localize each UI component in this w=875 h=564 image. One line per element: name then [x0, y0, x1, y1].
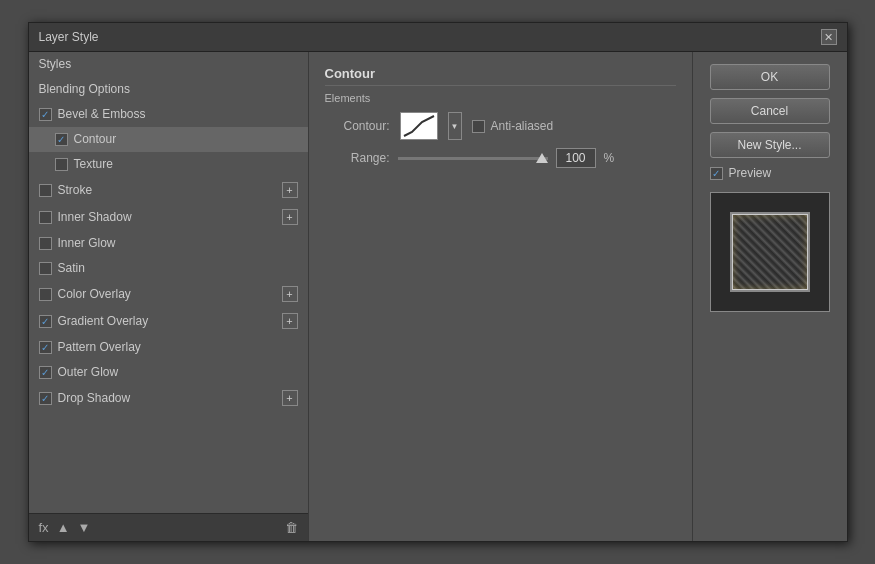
sidebar-item-inner-shadow[interactable]: Inner Shadow +: [29, 204, 308, 231]
range-value-input[interactable]: [556, 148, 596, 168]
middle-panel: Contour Elements Contour: ▼ Anti-aliased: [309, 52, 692, 541]
dialog-body: Styles Blending Options Bevel & Emboss: [29, 52, 847, 541]
color-overlay-add-button[interactable]: +: [282, 286, 298, 302]
preview-checkbox[interactable]: [710, 167, 723, 180]
fx-button[interactable]: fx: [39, 520, 49, 535]
inner-glow-label: Inner Glow: [58, 236, 116, 250]
satin-label: Satin: [58, 261, 85, 275]
color-overlay-checkbox[interactable]: [39, 288, 52, 301]
range-slider-track: [398, 157, 548, 160]
close-button[interactable]: ✕: [821, 29, 837, 45]
layer-style-dialog: Layer Style ✕ Styles Blending Options: [28, 22, 848, 542]
dialog-title: Layer Style: [39, 30, 99, 44]
move-down-button[interactable]: ▼: [78, 520, 91, 535]
satin-checkbox[interactable]: [39, 262, 52, 275]
sidebar-item-bevel-emboss[interactable]: Bevel & Emboss: [29, 102, 308, 127]
right-panel: OK Cancel New Style... Preview: [692, 52, 847, 541]
sidebar-item-drop-shadow[interactable]: Drop Shadow +: [29, 385, 308, 412]
anti-aliased-label: Anti-aliased: [491, 119, 554, 133]
inner-shadow-add-button[interactable]: +: [282, 209, 298, 225]
sidebar-item-inner-glow[interactable]: Inner Glow: [29, 231, 308, 256]
color-overlay-label: Color Overlay: [58, 287, 131, 301]
outer-glow-checkbox[interactable]: [39, 366, 52, 379]
delete-button[interactable]: 🗑: [285, 520, 298, 535]
title-bar: Layer Style ✕: [29, 23, 847, 52]
stroke-checkbox[interactable]: [39, 184, 52, 197]
contour-row: Contour: ▼ Anti-aliased: [325, 112, 676, 140]
sidebar-item-color-overlay[interactable]: Color Overlay +: [29, 281, 308, 308]
sidebar-item-texture[interactable]: Texture: [29, 152, 308, 177]
contour-dropdown-button[interactable]: ▼: [448, 112, 462, 140]
pattern-overlay-checkbox[interactable]: [39, 341, 52, 354]
sidebar-item-gradient-overlay[interactable]: Gradient Overlay +: [29, 308, 308, 335]
pattern-overlay-label: Pattern Overlay: [58, 340, 141, 354]
preview-texture: [732, 214, 808, 290]
range-slider[interactable]: [398, 150, 548, 166]
anti-aliased-row: Anti-aliased: [472, 119, 554, 133]
sidebar-item-pattern-overlay[interactable]: Pattern Overlay: [29, 335, 308, 360]
section-title: Contour: [325, 66, 676, 86]
new-style-button[interactable]: New Style...: [710, 132, 830, 158]
preview-thumbnail: [730, 212, 810, 292]
styles-label: Styles: [39, 57, 72, 71]
bevel-emboss-checkbox[interactable]: [39, 108, 52, 121]
sidebar-item-blending-options[interactable]: Blending Options: [29, 77, 308, 102]
gradient-overlay-add-button[interactable]: +: [282, 313, 298, 329]
move-up-button[interactable]: ▲: [57, 520, 70, 535]
ok-button[interactable]: OK: [710, 64, 830, 90]
contour-field-label: Contour:: [325, 119, 390, 133]
inner-shadow-checkbox[interactable]: [39, 211, 52, 224]
cancel-button[interactable]: Cancel: [710, 98, 830, 124]
stroke-label: Stroke: [58, 183, 93, 197]
texture-checkbox[interactable]: [55, 158, 68, 171]
anti-aliased-checkbox[interactable]: [472, 120, 485, 133]
drop-shadow-label: Drop Shadow: [58, 391, 131, 405]
left-panel-footer: fx ▲ ▼ 🗑: [29, 513, 308, 541]
range-unit-label: %: [604, 151, 615, 165]
inner-shadow-label: Inner Shadow: [58, 210, 132, 224]
stroke-add-button[interactable]: +: [282, 182, 298, 198]
subsection-title: Elements: [325, 92, 676, 104]
preview-label-text: Preview: [729, 166, 772, 180]
left-panel: Styles Blending Options Bevel & Emboss: [29, 52, 309, 541]
sidebar-item-stroke[interactable]: Stroke +: [29, 177, 308, 204]
sidebar-item-outer-glow[interactable]: Outer Glow: [29, 360, 308, 385]
range-label: Range:: [325, 151, 390, 165]
preview-canvas: [710, 192, 830, 312]
bevel-emboss-label: Bevel & Emboss: [58, 107, 146, 121]
sidebar-item-satin[interactable]: Satin: [29, 256, 308, 281]
sidebar-item-styles[interactable]: Styles: [29, 52, 308, 77]
gradient-overlay-checkbox[interactable]: [39, 315, 52, 328]
drop-shadow-checkbox[interactable]: [39, 392, 52, 405]
gradient-overlay-label: Gradient Overlay: [58, 314, 149, 328]
sidebar-item-contour[interactable]: Contour: [29, 127, 308, 152]
contour-checkbox[interactable]: [55, 133, 68, 146]
range-row: Range: %: [325, 148, 676, 168]
drop-shadow-add-button[interactable]: +: [282, 390, 298, 406]
texture-label: Texture: [74, 157, 113, 171]
contour-label: Contour: [74, 132, 117, 146]
inner-glow-checkbox[interactable]: [39, 237, 52, 250]
contour-preview[interactable]: [400, 112, 438, 140]
layer-styles-list: Styles Blending Options Bevel & Emboss: [29, 52, 308, 513]
blending-options-label: Blending Options: [39, 82, 130, 96]
preview-row: Preview: [710, 166, 830, 180]
outer-glow-label: Outer Glow: [58, 365, 119, 379]
range-slider-thumb: [536, 153, 548, 163]
